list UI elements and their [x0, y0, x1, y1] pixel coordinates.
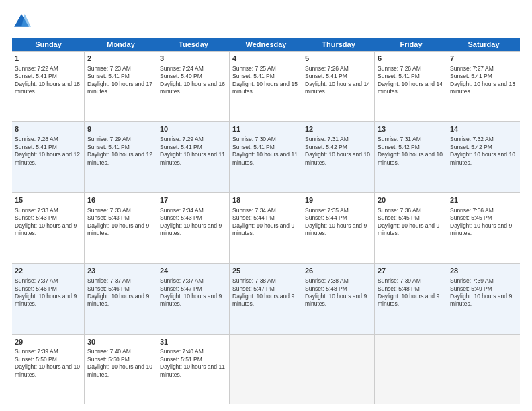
day-number: 17	[160, 195, 226, 205]
day-number: 3	[160, 54, 226, 64]
calendar-cell: 12Sunrise: 7:31 AMSunset: 5:42 PMDayligh…	[302, 122, 375, 191]
day-info: Sunrise: 7:31 AM	[305, 136, 371, 143]
day-number: 24	[160, 266, 226, 276]
day-number: 8	[15, 124, 81, 134]
calendar-cell: 28Sunrise: 7:39 AMSunset: 5:49 PMDayligh…	[447, 263, 520, 333]
day-number: 25	[232, 266, 299, 276]
calendar-cell: 22Sunrise: 7:37 AMSunset: 5:46 PMDayligh…	[12, 263, 85, 333]
logo-icon	[12, 12, 31, 31]
calendar-week: 8Sunrise: 7:28 AMSunset: 5:41 PMDaylight…	[12, 122, 520, 192]
calendar-cell: 26Sunrise: 7:38 AMSunset: 5:48 PMDayligh…	[302, 263, 375, 333]
day-info: Daylight: 10 hours and 10 minutes.	[87, 363, 154, 379]
day-info: Daylight: 10 hours and 9 minutes.	[378, 293, 444, 308]
calendar-cell: 10Sunrise: 7:29 AMSunset: 5:41 PMDayligh…	[157, 122, 230, 191]
day-info: Sunset: 5:41 PM	[305, 73, 371, 80]
day-info: Sunrise: 7:34 AM	[232, 207, 299, 214]
day-info: Sunset: 5:41 PM	[87, 73, 154, 80]
day-info: Sunset: 5:47 PM	[160, 285, 226, 293]
calendar-cell: 18Sunrise: 7:34 AMSunset: 5:44 PMDayligh…	[230, 193, 302, 263]
calendar-week: 22Sunrise: 7:37 AMSunset: 5:46 PMDayligh…	[12, 263, 520, 334]
day-info: Daylight: 10 hours and 9 minutes.	[305, 293, 371, 308]
day-number: 13	[378, 124, 444, 134]
day-info: Sunset: 5:44 PM	[305, 214, 371, 222]
day-info: Sunset: 5:41 PM	[15, 144, 81, 151]
day-number: 12	[305, 124, 371, 134]
day-info: Sunrise: 7:38 AM	[232, 277, 299, 285]
calendar-cell: 27Sunrise: 7:39 AMSunset: 5:48 PMDayligh…	[375, 263, 447, 333]
day-info: Sunset: 5:41 PM	[232, 144, 299, 151]
day-number: 15	[15, 195, 81, 205]
day-info: Daylight: 10 hours and 11 minutes.	[160, 151, 226, 167]
calendar-cell: 9Sunrise: 7:29 AMSunset: 5:41 PMDaylight…	[85, 122, 157, 191]
calendar-cell	[230, 334, 302, 404]
day-info: Sunset: 5:49 PM	[450, 285, 517, 293]
weekday-header: Wednesday	[230, 38, 302, 51]
day-info: Sunrise: 7:37 AM	[160, 277, 226, 285]
calendar-cell: 15Sunrise: 7:33 AMSunset: 5:43 PMDayligh…	[12, 193, 85, 263]
day-info: Sunset: 5:50 PM	[87, 356, 154, 363]
day-number: 9	[87, 124, 154, 134]
day-info: Sunset: 5:45 PM	[378, 214, 444, 222]
day-info: Sunset: 5:44 PM	[232, 214, 299, 222]
calendar: SundayMondayTuesdayWednesdayThursdayFrid…	[12, 38, 520, 404]
day-number: 22	[15, 266, 81, 276]
weekday-header: Friday	[375, 38, 447, 51]
day-info: Daylight: 10 hours and 12 minutes.	[87, 151, 154, 167]
header	[12, 12, 520, 31]
calendar-cell: 17Sunrise: 7:34 AMSunset: 5:43 PMDayligh…	[157, 193, 230, 263]
day-info: Sunrise: 7:31 AM	[378, 136, 444, 143]
calendar-cell: 6Sunrise: 7:26 AMSunset: 5:41 PMDaylight…	[375, 51, 447, 121]
day-number: 14	[450, 124, 517, 134]
day-info: Sunset: 5:42 PM	[378, 144, 444, 151]
calendar-cell: 20Sunrise: 7:36 AMSunset: 5:45 PMDayligh…	[375, 193, 447, 263]
day-number: 20	[378, 195, 444, 205]
day-info: Sunrise: 7:25 AM	[232, 65, 299, 73]
day-info: Sunrise: 7:37 AM	[15, 277, 81, 285]
calendar-cell: 21Sunrise: 7:36 AMSunset: 5:45 PMDayligh…	[447, 193, 520, 263]
calendar-cell: 30Sunrise: 7:40 AMSunset: 5:50 PMDayligh…	[85, 334, 157, 404]
calendar-cell: 31Sunrise: 7:40 AMSunset: 5:51 PMDayligh…	[157, 334, 230, 404]
day-info: Sunset: 5:43 PM	[15, 214, 81, 222]
day-info: Sunset: 5:48 PM	[305, 285, 371, 293]
day-info: Sunrise: 7:23 AM	[87, 65, 154, 73]
calendar-body: 1Sunrise: 7:22 AMSunset: 5:41 PMDaylight…	[12, 51, 520, 404]
day-number: 6	[378, 54, 444, 64]
day-info: Sunset: 5:46 PM	[15, 285, 81, 293]
day-info: Sunrise: 7:32 AM	[450, 136, 517, 143]
calendar-cell: 4Sunrise: 7:25 AMSunset: 5:41 PMDaylight…	[230, 51, 302, 121]
day-info: Sunrise: 7:37 AM	[87, 277, 154, 285]
day-info: Daylight: 10 hours and 17 minutes.	[87, 81, 154, 96]
day-number: 26	[305, 266, 371, 276]
calendar-cell: 5Sunrise: 7:26 AMSunset: 5:41 PMDaylight…	[302, 51, 375, 121]
day-info: Daylight: 10 hours and 9 minutes.	[232, 293, 299, 308]
day-info: Sunrise: 7:36 AM	[450, 207, 517, 214]
day-info: Daylight: 10 hours and 9 minutes.	[450, 293, 517, 308]
day-number: 19	[305, 195, 371, 205]
day-info: Sunrise: 7:29 AM	[87, 136, 154, 143]
calendar-week: 1Sunrise: 7:22 AMSunset: 5:41 PMDaylight…	[12, 51, 520, 122]
day-info: Daylight: 10 hours and 9 minutes.	[160, 293, 226, 308]
day-number: 16	[87, 195, 154, 205]
day-info: Daylight: 10 hours and 12 minutes.	[15, 151, 81, 167]
day-info: Daylight: 10 hours and 9 minutes.	[15, 293, 81, 308]
day-number: 23	[87, 266, 154, 276]
day-info: Sunset: 5:41 PM	[450, 73, 517, 80]
day-info: Sunset: 5:41 PM	[160, 144, 226, 151]
day-info: Daylight: 10 hours and 18 minutes.	[15, 81, 81, 96]
day-number: 29	[15, 337, 81, 347]
day-info: Sunrise: 7:38 AM	[305, 277, 371, 285]
day-info: Daylight: 10 hours and 10 minutes.	[450, 151, 517, 167]
day-info: Sunrise: 7:29 AM	[160, 136, 226, 143]
calendar-cell: 3Sunrise: 7:24 AMSunset: 5:40 PMDaylight…	[157, 51, 230, 121]
day-info: Sunrise: 7:40 AM	[160, 348, 226, 355]
day-number: 10	[160, 124, 226, 134]
calendar-cell: 24Sunrise: 7:37 AMSunset: 5:47 PMDayligh…	[157, 263, 230, 333]
page: SundayMondayTuesdayWednesdayThursdayFrid…	[0, 0, 532, 411]
day-info: Daylight: 10 hours and 15 minutes.	[232, 81, 299, 96]
day-info: Sunrise: 7:39 AM	[15, 348, 81, 355]
day-number: 5	[305, 54, 371, 64]
day-info: Sunrise: 7:40 AM	[87, 348, 154, 355]
day-number: 4	[232, 54, 299, 64]
calendar-cell: 16Sunrise: 7:33 AMSunset: 5:43 PMDayligh…	[85, 193, 157, 263]
calendar-cell: 11Sunrise: 7:30 AMSunset: 5:41 PMDayligh…	[230, 122, 302, 191]
